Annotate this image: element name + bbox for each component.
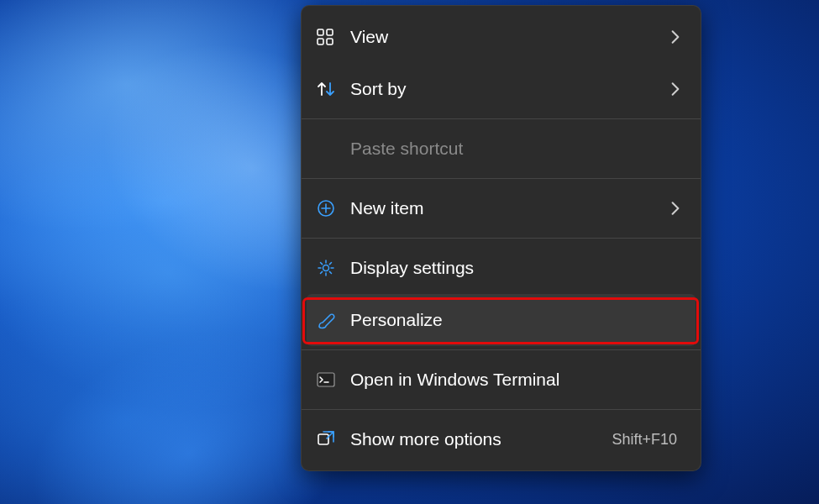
menu-item-paste-shortcut: Paste shortcut <box>302 123 701 175</box>
menu-item-open-terminal[interactable]: Open in Windows Terminal <box>302 354 701 406</box>
menu-separator <box>302 178 701 179</box>
menu-separator <box>302 118 701 119</box>
menu-item-new-item[interactable]: New item <box>302 182 701 234</box>
menu-item-shortcut: Shift+F10 <box>612 431 677 449</box>
chevron-right-icon <box>670 81 680 97</box>
chevron-right-icon <box>670 29 680 45</box>
menu-separator <box>302 409 701 410</box>
menu-separator <box>302 349 701 350</box>
menu-item-sort-by[interactable]: Sort by <box>302 63 701 115</box>
svg-rect-7 <box>318 434 328 444</box>
menu-item-personalize[interactable]: Personalize <box>307 294 696 346</box>
sort-icon <box>317 81 350 97</box>
menu-item-label: Sort by <box>350 79 670 99</box>
chevron-right-icon <box>670 201 680 216</box>
menu-item-label: Personalize <box>350 310 685 330</box>
menu-item-view[interactable]: View <box>302 11 701 63</box>
desktop-context-menu: View Sort by Paste shortcut New item <box>301 5 701 471</box>
svg-rect-2 <box>318 39 323 45</box>
new-item-icon <box>317 199 350 218</box>
menu-item-show-more-options[interactable]: Show more options Shift+F10 <box>302 413 701 465</box>
svg-point-5 <box>323 265 329 271</box>
menu-item-label: New item <box>350 198 670 218</box>
display-settings-icon <box>317 259 350 277</box>
personalize-icon <box>317 311 350 329</box>
terminal-icon <box>317 372 350 387</box>
menu-item-label: Paste shortcut <box>350 139 685 159</box>
svg-rect-0 <box>318 29 323 35</box>
menu-item-label: Display settings <box>350 258 685 278</box>
svg-rect-1 <box>327 29 333 35</box>
show-more-icon <box>317 430 350 449</box>
menu-item-display-settings[interactable]: Display settings <box>302 242 701 294</box>
menu-item-label: View <box>350 27 670 47</box>
menu-separator <box>302 238 701 239</box>
menu-item-label: Show more options <box>350 429 612 449</box>
menu-item-label: Open in Windows Terminal <box>350 370 685 390</box>
view-icon <box>317 29 350 45</box>
svg-rect-3 <box>327 39 333 45</box>
svg-rect-6 <box>318 373 334 386</box>
